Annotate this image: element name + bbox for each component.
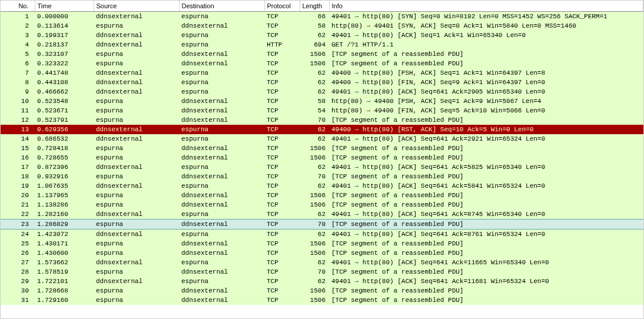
table-row[interactable]: 70.441748ddnsexternalespurnaTCP6249400 →… [1, 68, 643, 78]
col-source[interactable]: Source [94, 1, 179, 12]
table-row[interactable]: 160.728655espurnaddnsexternalTCP1506[TCP… [1, 153, 643, 162]
cell-time: 0.443108 [35, 78, 94, 87]
table-row[interactable]: 221.282160ddnsexternalespurnaTCP6249401 … [1, 210, 643, 220]
cell-length: 62 [300, 31, 329, 40]
cell-no: 14 [1, 134, 35, 144]
table-row[interactable]: 120.523791espurnaddnsexternalTCP70[TCP s… [1, 115, 643, 125]
cell-time: 0.523791 [35, 115, 94, 125]
cell-no: 23 [1, 220, 35, 230]
cell-protocol: TCP [264, 191, 300, 200]
cell-protocol: TCP [264, 172, 300, 181]
cell-protocol: TCP [264, 286, 300, 295]
table-row[interactable]: 180.932916espurnaddnsexternalTCP70[TCP s… [1, 172, 643, 181]
cell-source: espurna [94, 49, 179, 59]
cell-length: 62 [300, 78, 329, 87]
cell-time: 0.523671 [35, 106, 94, 115]
cell-length: 1506 [300, 191, 329, 200]
packet-list[interactable]: No. Time Source Destination Protocol Len… [0, 0, 644, 319]
cell-info: [TCP segment of a reassembled PDU] [329, 239, 643, 248]
table-row[interactable]: 30.199317ddnsexternalespurnaTCP6249401 →… [1, 31, 643, 40]
cell-source: espurna [94, 106, 179, 115]
cell-time: 1.067635 [35, 181, 94, 191]
table-row[interactable]: 211.138286espurnaddnsexternalTCP1506[TCP… [1, 200, 643, 210]
cell-destination: espurna [179, 210, 264, 220]
col-protocol[interactable]: Protocol [264, 1, 300, 12]
table-row[interactable]: 80.443108ddnsexternalespurnaTCP6249400 →… [1, 78, 643, 87]
cell-info: http(80) → 49400 [FIN, ACK] Seq=5 Ack=10… [329, 106, 643, 115]
cell-protocol: TCP [264, 248, 300, 258]
cell-destination: ddnsexternal [179, 153, 264, 162]
table-row[interactable]: 170.872396ddnsexternalespurnaTCP6249401 … [1, 162, 643, 172]
table-row[interactable]: 291.722101ddnsexternalespurnaTCP6249401 … [1, 277, 643, 286]
cell-time: 0.218137 [35, 40, 94, 49]
cell-time: 1.578519 [35, 267, 94, 277]
col-time[interactable]: Time [35, 1, 94, 12]
cell-protocol: TCP [264, 106, 300, 115]
cell-destination: espurna [179, 258, 264, 267]
cell-source: espurna [94, 115, 179, 125]
cell-protocol: TCP [264, 295, 300, 305]
cell-time: 0.932916 [35, 172, 94, 181]
table-row[interactable]: 150.728418espurnaddnsexternalTCP1506[TCP… [1, 144, 643, 153]
cell-protocol: TCP [264, 277, 300, 286]
cell-destination: ddnsexternal [179, 49, 264, 59]
table-row[interactable]: 140.686532ddnsexternalespurnaTCP6249401 … [1, 134, 643, 144]
cell-info: [TCP segment of a reassembled PDU] [329, 200, 643, 210]
table-row[interactable]: 301.728668espurnaddnsexternalTCP1506[TCP… [1, 286, 643, 295]
cell-destination: espurna [179, 31, 264, 40]
table-row[interactable]: 251.430171espurnaddnsexternalTCP1506[TCP… [1, 239, 643, 248]
table-row[interactable]: 60.323322espurnaddnsexternalTCP1506[TCP … [1, 59, 643, 68]
cell-length: 62 [300, 258, 329, 267]
cell-length: 1506 [300, 59, 329, 68]
cell-info: GET /?1 HTTP/1.1 [329, 40, 643, 49]
cell-protocol: TCP [264, 59, 300, 68]
cell-time: 1.282160 [35, 210, 94, 220]
cell-destination: espurna [179, 277, 264, 286]
table-row[interactable]: 191.067635ddnsexternalespurnaTCP6249401 … [1, 181, 643, 191]
cell-info: [TCP segment of a reassembled PDU] [329, 59, 643, 68]
table-row[interactable]: 90.466662ddnsexternalespurnaTCP6249401 →… [1, 87, 643, 97]
cell-no: 24 [1, 230, 35, 240]
col-info[interactable]: Info [329, 1, 643, 12]
table-row[interactable]: 50.323107espurnaddnsexternalTCP1506[TCP … [1, 49, 643, 59]
cell-time: 1.729160 [35, 295, 94, 305]
table-row[interactable]: 271.573662ddnsexternalespurnaTCP6249401 … [1, 258, 643, 267]
cell-source: ddnsexternal [94, 181, 179, 191]
table-row[interactable]: 20.113614espurnaddnsexternalTCP58http(80… [1, 21, 643, 31]
cell-info: 49400 → http(80) [RST, ACK] Seq=10 Ack=5… [329, 125, 643, 134]
table-row[interactable]: 241.423072ddnsexternalespurnaTCP6249401 … [1, 230, 643, 240]
cell-source: ddnsexternal [94, 31, 179, 40]
cell-source: ddnsexternal [94, 230, 179, 240]
cell-source: ddnsexternal [94, 162, 179, 172]
cell-destination: ddnsexternal [179, 267, 264, 277]
table-row[interactable]: 100.523548espurnaddnsexternalTCP58http(8… [1, 97, 643, 106]
table-row[interactable]: 311.729160espurnaddnsexternalTCP1506[TCP… [1, 295, 643, 305]
cell-source: ddnsexternal [94, 78, 179, 87]
cell-protocol: TCP [264, 78, 300, 87]
col-destination[interactable]: Destination [179, 1, 264, 12]
cell-source: ddnsexternal [94, 258, 179, 267]
cell-destination: ddnsexternal [179, 248, 264, 258]
cell-length: 62 [300, 230, 329, 240]
col-no[interactable]: No. [1, 1, 35, 12]
table-row[interactable]: 130.629356ddnsexternalespurnaTCP6249400 … [1, 125, 643, 134]
col-length[interactable]: Length [300, 1, 329, 12]
cell-length: 66 [300, 12, 329, 22]
cell-info: [TCP segment of a reassembled PDU] [329, 267, 643, 277]
cell-destination: ddnsexternal [179, 200, 264, 210]
table-row[interactable]: 110.523671espurnaddnsexternalTCP54http(8… [1, 106, 643, 115]
cell-length: 62 [300, 68, 329, 78]
table-row[interactable]: 40.218137ddnsexternalespurnaHTTP694GET /… [1, 40, 643, 49]
table-row[interactable]: 261.430600espurnaddnsexternalTCP1506[TCP… [1, 248, 643, 258]
table-row[interactable]: 10.000000ddnsexternalespurnaTCP6649401 →… [1, 12, 643, 22]
cell-destination: espurna [179, 230, 264, 240]
cell-length: 1506 [300, 295, 329, 305]
cell-protocol: TCP [264, 21, 300, 31]
table-row[interactable]: 281.578519espurnaddnsexternalTCP70[TCP s… [1, 267, 643, 277]
table-row[interactable]: 201.137965espurnaddnsexternalTCP1506[TCP… [1, 191, 643, 200]
table-row[interactable]: 231.286829espurnaddnsexternalTCP70[TCP s… [1, 220, 643, 230]
cell-time: 1.573662 [35, 258, 94, 267]
cell-destination: espurna [179, 134, 264, 144]
cell-source: espurna [94, 21, 179, 31]
cell-source: ddnsexternal [94, 125, 179, 134]
